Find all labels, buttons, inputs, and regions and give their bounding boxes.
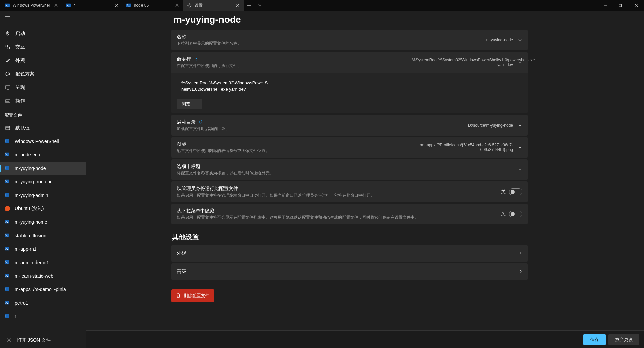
close-window-button[interactable]	[629, 0, 644, 11]
sidebar-item-label: Windows PowerShell	[15, 139, 59, 144]
sidebar-item-profile[interactable]: stable-diffusion	[0, 229, 86, 242]
close-icon[interactable]	[235, 3, 240, 8]
powershell-icon	[5, 166, 10, 171]
discard-button[interactable]: 放弃更改	[608, 334, 639, 345]
svg-rect-1	[66, 4, 71, 7]
commandline-input[interactable]: %SystemRoot%\System32\WindowsPowerShell\…	[177, 77, 274, 95]
sidebar-item-profile[interactable]: m-apps1/m-demo1-pinia	[0, 283, 86, 296]
sidebar-item-startup[interactable]: 启动	[0, 27, 86, 40]
hamburger-button[interactable]	[0, 11, 86, 27]
setting-desc: 将配置文件名称替换为标题，以在启动时传递给外壳。	[177, 170, 513, 176]
tab-label: node 85	[134, 3, 172, 8]
sidebar-item-label: m-yuying-home	[15, 219, 47, 225]
sidebar-profiles-header: 配置文件	[0, 108, 86, 121]
setting-starting-directory[interactable]: 启动目录 ↺ 加载配置文件时启动的目录。 D:\source\m-yuying-…	[171, 115, 528, 136]
minimize-button[interactable]	[598, 0, 613, 11]
link-label: 外观	[177, 250, 519, 256]
setting-value: D:\source\m-yuying-node	[468, 123, 513, 128]
sidebar: 启动 交互 外观 配色方案 呈现	[0, 11, 86, 348]
sidebar-item-appearance[interactable]: 外观	[0, 54, 86, 67]
setting-desc: 加载配置文件时启动的目录。	[177, 126, 468, 132]
powershell-icon	[5, 273, 10, 279]
powershell-icon	[5, 314, 10, 319]
tab-powershell[interactable]: Windows PowerShell	[1, 0, 62, 11]
svg-rect-17	[5, 220, 9, 224]
sidebar-item-label: 外观	[15, 58, 25, 64]
ubuntu-icon	[5, 206, 10, 211]
keyboard-icon	[5, 98, 11, 104]
setting-name[interactable]: 名称 下拉列表中显示的配置文件的名称。 m-yuying-node	[171, 30, 528, 50]
chevron-down-icon	[518, 167, 522, 172]
powershell-icon	[5, 139, 10, 144]
setting-commandline[interactable]: 命令行 ↺ 在配置文件中所使用的可执行文件。 %SystemRoot%\Syst…	[171, 52, 528, 73]
sidebar-item-profile[interactable]: m-yuying-home	[0, 215, 86, 229]
close-icon[interactable]	[114, 3, 119, 8]
tab-r[interactable]: r	[62, 0, 123, 11]
open-json-label: 打开 JSON 文件	[17, 337, 51, 343]
new-tab-button[interactable]	[244, 1, 254, 10]
settings-icon	[187, 3, 192, 8]
svg-point-25	[8, 339, 10, 341]
svg-rect-9	[5, 86, 10, 89]
admin-toggle[interactable]	[509, 188, 522, 195]
sidebar-item-profile[interactable]: Windows PowerShell	[0, 135, 86, 148]
sidebar-item-label: m-yuying-admin	[15, 193, 48, 198]
sidebar-item-actions[interactable]: 操作	[0, 94, 86, 108]
reset-icon[interactable]: ↺	[199, 119, 203, 125]
sidebar-item-color-schemes[interactable]: 配色方案	[0, 67, 86, 81]
sidebar-item-label: 呈现	[15, 84, 25, 91]
sidebar-item-label: 交互	[15, 44, 25, 50]
sidebar-item-defaults[interactable]: 默认值	[0, 121, 86, 135]
sidebar-item-profile[interactable]: m-yuying-admin	[0, 188, 86, 202]
close-icon[interactable]	[53, 3, 59, 8]
setting-title: 以管理员身份运行此配置文件	[177, 186, 501, 192]
setting-title: 命令行 ↺	[177, 56, 412, 62]
sidebar-item-label: 默认值	[15, 125, 30, 131]
sidebar-item-profile[interactable]: m-learn-static-web	[0, 269, 86, 283]
close-icon[interactable]	[174, 3, 180, 8]
tab-dropdown-button[interactable]	[254, 1, 265, 10]
reset-icon[interactable]: ↺	[194, 57, 198, 62]
sidebar-item-rendering[interactable]: 呈现	[0, 81, 86, 94]
sidebar-item-profile[interactable]: Ubuntu (复制)	[0, 202, 86, 215]
setting-tab-title[interactable]: 选项卡标题 将配置文件名称替换为标题，以在启动时传递给外壳。	[171, 159, 528, 180]
chevron-down-icon	[518, 38, 522, 43]
sidebar-item-profile[interactable]: m-admin-demo1	[0, 256, 86, 269]
sidebar-item-profile[interactable]: m-yuying-frontend	[0, 175, 86, 188]
svg-rect-15	[5, 180, 9, 183]
sidebar-item-label: m-app-rn1	[15, 246, 37, 252]
palette-icon	[5, 71, 11, 77]
interact-icon	[5, 44, 11, 50]
sidebar-item-profile[interactable]: m-app-rn1	[0, 242, 86, 256]
setting-title: 从下拉菜单中隐藏	[177, 208, 501, 214]
rocket-icon	[5, 31, 11, 37]
sidebar-item-profile-active[interactable]: m-yuying-node	[0, 162, 86, 175]
delete-profile-button[interactable]: 删除配置文件	[171, 289, 214, 302]
maximize-button[interactable]	[613, 0, 629, 11]
svg-point-3	[189, 5, 190, 6]
svg-point-6	[7, 33, 8, 34]
sidebar-item-interaction[interactable]: 交互	[0, 40, 86, 54]
setting-hide-profile: 从下拉菜单中隐藏 如果启用，配置文件将不会显示在配置文件列表中。这可用于隐藏默认…	[171, 204, 528, 224]
save-button[interactable]: 保存	[583, 334, 606, 345]
hide-toggle[interactable]	[509, 211, 522, 217]
tab-node85[interactable]: node 85	[123, 0, 183, 11]
setting-icon[interactable]: 图标 配置文件中所使用图标的表情符号或图像文件位置。 ms-appx:///Pr…	[171, 137, 528, 158]
appearance-link[interactable]: 外观	[171, 245, 528, 262]
svg-rect-14	[5, 166, 9, 170]
toggle-state: 关	[501, 189, 506, 195]
tab-settings[interactable]: 设置	[183, 0, 244, 11]
setting-value: m-yuying-node	[486, 38, 513, 42]
browse-button[interactable]: 浏览......	[177, 99, 202, 109]
sidebar-item-profile[interactable]: r	[0, 310, 86, 323]
sidebar-item-profile[interactable]: petro1	[0, 296, 86, 310]
setting-desc: 如果启用，配置文件将在管理终端窗口中自动打开。如果当前窗口已以管理员身份运行，它…	[177, 193, 501, 198]
open-json-button[interactable]: 打开 JSON 文件	[0, 332, 86, 348]
svg-rect-16	[5, 193, 9, 197]
setting-title: 名称	[177, 34, 486, 40]
powershell-icon	[126, 3, 131, 8]
chevron-up-icon	[518, 60, 522, 65]
advanced-link[interactable]: 高级	[171, 263, 528, 280]
svg-rect-21	[5, 274, 9, 278]
sidebar-item-profile[interactable]: m-node-edu	[0, 148, 86, 162]
